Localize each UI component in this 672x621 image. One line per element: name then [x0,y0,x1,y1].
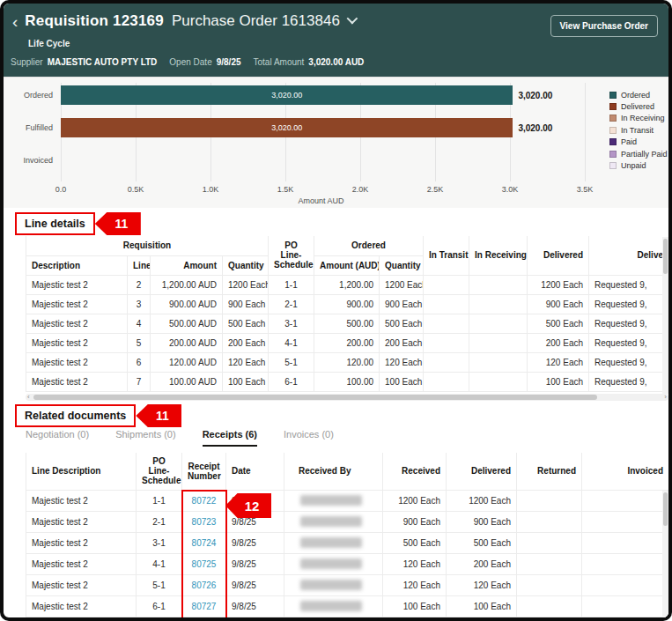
cell-delivered: 1200 Each [528,275,589,294]
legend-label: Ordered [621,91,650,100]
tab-shipments[interactable]: Shipments (0) [115,429,175,447]
bar-outside-value-label: 3,020.00 [518,123,552,133]
cell-quantity: 120 Each [223,352,269,372]
cell-po-line-schedule: 4-1 [137,553,182,574]
col-quantity: Quantity [223,255,269,275]
cell-po-line-schedule: 3-1 [269,314,314,333]
line-details-vertical-scrollbar[interactable] [662,237,668,394]
receipt-number-link[interactable]: 80726 [192,580,217,590]
receipts-table: Line Description PO Line-Schedule Receip… [26,453,669,617]
cell-in-receiving [469,294,528,314]
y-axis-category-label: Ordered [5,91,53,100]
cell-in-receiving [469,372,528,391]
cell-invoiced [582,511,669,532]
receipt-number-link[interactable]: 80723 [192,517,217,527]
table-row: Majestic test 25200.00 AUD200 Each4-1200… [26,333,669,352]
cell-receipt-number: 80722 [182,490,226,511]
cell-delivery: Requested 9, [589,294,669,314]
col-delivery: Delive [589,236,669,275]
cell-po-line-schedule: 6-1 [269,372,314,391]
cell-delivered: 120 Each [528,352,589,372]
col-in-receiving: In Receiving [469,236,528,275]
annotation-flag-11b: 11 [136,404,181,427]
col-po-line-schedule-2: PO Line-Schedule [137,453,182,490]
table-row: Majestic test 26-1807279/8/25100 Each100… [26,595,669,617]
purchase-order-title[interactable]: Purchase Order 1613846 [172,12,340,30]
cell-po-line-schedule: 5-1 [269,352,314,372]
page-header: ‹ Requisition 123169 Purchase Order 1613… [4,4,668,77]
bar-value-label: 3,020.00 [271,91,302,100]
annotation-flag-11a: 11 [95,212,141,235]
cell-in-transit [424,352,469,372]
cell-ordered-amount: 900.00 [314,294,380,314]
cell-received-by [284,490,383,511]
cell-line: 4 [128,314,151,333]
back-icon[interactable]: ‹ [12,13,18,31]
cell-delivered: 200 Each [447,553,517,574]
total-amount-label: Total Amount [254,57,305,67]
col-group-requisition: Requisition [26,236,269,255]
cell-ordered-amount: 200.00 [314,333,380,352]
legend-label: Unpaid [621,161,646,170]
cell-line: 7 [128,372,151,391]
col-po-line-schedule: PO Line-Schedule [269,236,314,275]
cell-returned [517,574,582,595]
related-documents-tabs: Negotiation (0)Shipments (0)Receipts (6)… [26,429,334,447]
chevron-down-icon[interactable] [346,13,358,25]
cell-ordered-quantity: 100 Each [380,372,424,391]
legend-item-paid: Paid [609,137,668,148]
cell-quantity: 200 Each [223,333,269,352]
x-axis-tick: 0.5K [118,185,153,194]
cell-invoiced [582,574,669,595]
x-axis-tick: 2.5K [417,185,453,194]
chart-bar-fulfilled: 3,020.00 [61,118,513,137]
col-receipt-number: Receipt Number [182,453,226,490]
lifecycle-bar-chart: 0.00.5K1.0K1.5K2.0K2.5K3.0K3.5KOrdered3,… [4,77,668,208]
cell-po-line-schedule: 2-1 [269,294,314,314]
cell-date: 9/8/25 [226,553,284,574]
receipt-number-link[interactable]: 80727 [192,602,217,611]
x-axis-tick: 0.0 [43,185,78,194]
receipts-vertical-scrollbar[interactable] [662,491,668,617]
line-details-horizontal-scrollbar[interactable]: ‹› [26,394,668,401]
tab-receipts[interactable]: Receipts (6) [203,429,257,447]
cell-amount: 120.00 AUD [151,352,223,372]
cell-line: 3 [128,294,151,314]
receipt-number-link[interactable]: 80724 [192,538,217,548]
tab-invoices[interactable]: Invoices (0) [284,429,334,447]
cell-receipt-number: 80727 [182,595,226,617]
cell-description: Majestic test 2 [26,372,128,391]
cell-amount: 200.00 AUD [151,333,223,352]
annotation-flag-12: 12 [225,493,271,518]
cell-quantity: 100 Each [223,372,269,391]
cell-delivered: 1200 Each [447,490,517,511]
receipt-number-link[interactable]: 80725 [192,559,217,569]
cell-line-description: Majestic test 2 [26,595,137,617]
cell-line: 5 [128,333,151,352]
cell-invoiced [582,553,669,574]
receipt-number-annotation: 12 [225,493,271,518]
cell-delivered: 500 Each [447,532,517,553]
cell-po-line-schedule: 3-1 [137,532,182,553]
cell-date: 9/8/25 [226,595,284,617]
cell-in-receiving [469,333,528,352]
cell-delivery: Requested 9, [589,314,669,333]
cell-po-line-schedule: 2-1 [137,511,182,532]
cell-line-description: Majestic test 2 [26,490,137,511]
table-row: Majestic test 25-1807269/8/25120 Each120… [26,574,669,595]
legend-label: Partially Paid [621,150,668,159]
legend-swatch-icon [609,127,617,134]
related-documents-title: Related documents [15,404,136,427]
view-purchase-order-button[interactable]: View Purchase Order [550,15,658,37]
receipt-number-link[interactable]: 80722 [192,496,217,506]
cell-description: Majestic test 2 [26,333,128,352]
x-axis-title: Amount AUD [299,196,344,205]
cell-ordered-amount: 500.00 [314,314,380,333]
tab-negotiation[interactable]: Negotiation (0) [26,429,89,447]
cell-received-by [284,595,383,617]
supplier-label: Supplier [11,57,43,67]
table-row: Majestic test 221,200.00 AUD1200 Each1-1… [26,275,669,294]
cell-delivered: 200 Each [528,333,589,352]
table-row: Majestic test 24-1807259/8/25120 Each200… [26,553,669,574]
cell-in-receiving [469,352,528,372]
